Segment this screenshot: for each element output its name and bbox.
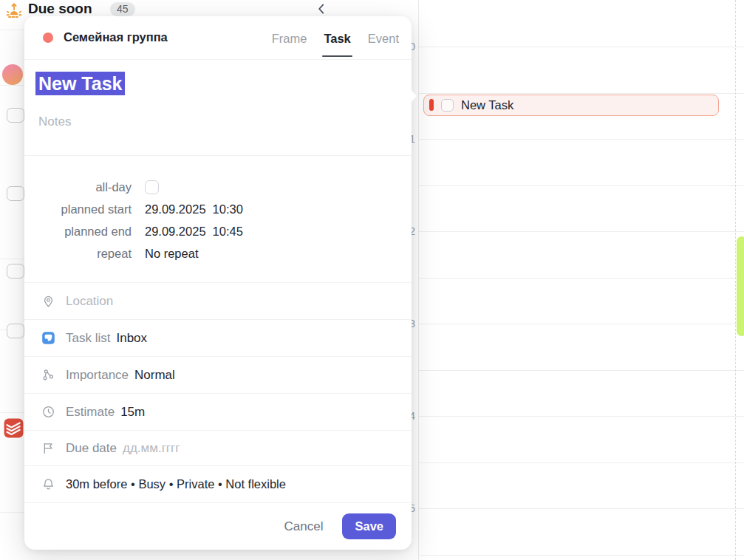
list-divider [0,259,24,259]
location-pin-icon [41,294,55,308]
repeat-row: repeat No repeat [24,242,412,264]
task-checkbox[interactable] [7,108,24,123]
repeat-value[interactable]: No repeat [145,247,198,261]
planned-end-label: planned end [24,225,132,239]
task-list-value: Inbox [116,331,147,346]
all-day-row: all-day [24,176,412,198]
tab-task[interactable]: Task [324,16,350,59]
all-day-label: all-day [24,180,132,194]
dialog-footer: Cancel Save [24,502,412,550]
task-edit-dialog: Семейная группа Frame Task Event New Tas… [24,16,412,550]
calendar-name[interactable]: Семейная группа [64,30,168,44]
schedule-section: all-day planned start 29.09.2025 10:30 p… [24,176,412,264]
calendar-day-divider [735,0,736,560]
notes-input[interactable]: Notes [38,115,71,129]
reminder-summary: 30m before • Busy • Private • Not flexib… [66,477,286,491]
due-soon-title: Due soon [28,1,92,17]
event-color-pill [429,99,434,111]
collapse-chevron-icon[interactable] [315,2,328,16]
flag-icon [41,441,55,455]
planned-end-row: planned end 29.09.2025 10:45 [24,220,412,242]
reminder-row[interactable]: 30m before • Busy • Private • Not flexib… [24,465,412,502]
cancel-button[interactable]: Cancel [284,519,324,534]
importance-row[interactable]: Importance Normal [24,356,412,393]
estimate-row[interactable]: Estimate 15m [24,393,412,430]
hierarchy-icon [41,368,55,382]
list-divider [0,85,24,86]
list-divider [0,412,24,413]
due-date-placeholder: дд.мм.гггг [123,441,180,456]
planned-start-label: planned start [24,202,132,216]
task-list-row[interactable]: Task list Inbox [24,319,412,356]
list-divider [0,30,24,30]
divider [24,59,412,60]
planned-end-time[interactable]: 10:45 [213,225,243,239]
location-placeholder: Location [66,294,113,309]
list-divider [0,512,24,513]
task-checkbox[interactable] [7,186,24,201]
task-checkbox[interactable] [7,324,24,338]
due-date-label: Due date [66,441,117,456]
dialog-arrow [412,88,420,104]
location-row[interactable]: Location [24,282,412,319]
tab-event[interactable]: Event [368,16,399,59]
calendar-color-dot [43,33,53,43]
todoist-icon [4,418,24,438]
task-title-input[interactable]: New Task [35,73,125,95]
dialog-tabs: Frame Task Event [272,16,399,59]
planned-start-date[interactable]: 29.09.2025 [145,202,206,216]
calendar-gridlines [419,47,744,560]
planned-end-date[interactable]: 29.09.2025 [145,225,206,239]
all-day-checkbox[interactable] [145,180,159,194]
estimate-value: 15m [120,405,145,420]
avatar [2,64,23,85]
task-title-selected-text: New Task [35,72,125,95]
task-list-label: Task list [66,331,110,346]
task-checkbox[interactable] [7,264,24,279]
dialog-header: Семейная группа Frame Task Event [24,16,412,59]
repeat-label: repeat [24,247,132,261]
calendar-green-event[interactable] [737,236,744,336]
tab-frame[interactable]: Frame [272,16,307,59]
sunrise-icon [5,1,23,19]
bell-icon [41,477,55,491]
clock-icon [41,405,55,419]
inbox-icon [41,331,55,345]
importance-value: Normal [134,368,175,383]
planned-start-row: planned start 29.09.2025 10:30 [24,198,412,220]
importance-label: Importance [66,368,129,383]
detail-rows: Location Task list Inbox Importance Norm… [24,282,412,550]
divider [24,155,412,156]
calendar-task-event[interactable]: New Task [423,95,719,116]
planned-start-time[interactable]: 10:30 [213,202,243,216]
save-button[interactable]: Save [342,513,396,539]
due-date-row[interactable]: Due date дд.мм.гггг [24,430,412,465]
due-soon-count-badge: 45 [110,2,135,16]
event-checkbox[interactable] [441,99,454,112]
event-title: New Task [461,96,513,115]
estimate-label: Estimate [66,405,115,420]
